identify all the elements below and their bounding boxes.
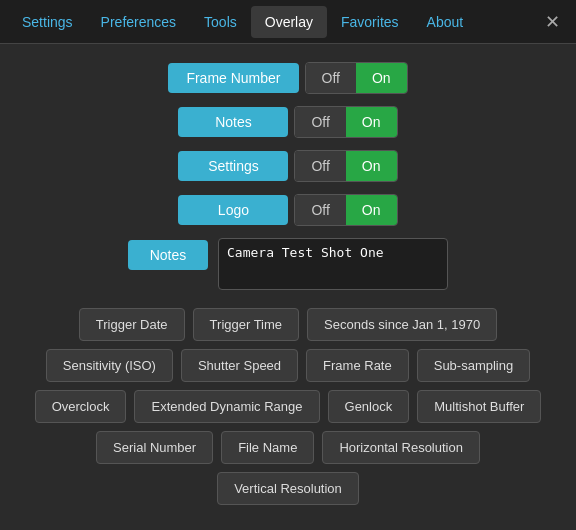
settings-toggle-row: Settings Off On: [20, 150, 556, 182]
nav-item-tools[interactable]: Tools: [190, 6, 251, 38]
notes-off-btn[interactable]: Off: [295, 107, 345, 137]
settings-toggle-label[interactable]: Settings: [178, 151, 288, 181]
notes-toggle-label[interactable]: Notes: [178, 107, 288, 137]
chip-seconds-since[interactable]: Seconds since Jan 1, 1970: [307, 308, 497, 341]
logo-toggle-label[interactable]: Logo: [178, 195, 288, 225]
logo-toggle-row: Logo Off On: [20, 194, 556, 226]
frame-number-label[interactable]: Frame Number: [168, 63, 298, 93]
notes-button[interactable]: Notes: [128, 240, 208, 270]
chip-sub-sampling[interactable]: Sub-sampling: [417, 349, 531, 382]
chip-sensitivity-iso[interactable]: Sensitivity (ISO): [46, 349, 173, 382]
notes-on-btn[interactable]: On: [346, 107, 397, 137]
chips-section: Trigger Date Trigger Time Seconds since …: [20, 308, 556, 505]
chip-trigger-date[interactable]: Trigger Date: [79, 308, 185, 341]
logo-on-btn[interactable]: On: [346, 195, 397, 225]
close-icon[interactable]: ✕: [537, 7, 568, 37]
chip-overclock[interactable]: Overclock: [35, 390, 127, 423]
chip-vertical-resolution[interactable]: Vertical Resolution: [217, 472, 359, 505]
nav-item-overlay[interactable]: Overlay: [251, 6, 327, 38]
nav-item-settings[interactable]: Settings: [8, 6, 87, 38]
nav-item-favorites[interactable]: Favorites: [327, 6, 413, 38]
settings-toggle-group: Off On: [294, 150, 397, 182]
settings-on-btn[interactable]: On: [346, 151, 397, 181]
chip-frame-rate[interactable]: Frame Rate: [306, 349, 409, 382]
chip-shutter-speed[interactable]: Shutter Speed: [181, 349, 298, 382]
chip-multishot-buffer[interactable]: Multishot Buffer: [417, 390, 541, 423]
chip-horizontal-resolution[interactable]: Horizontal Resolution: [322, 431, 480, 464]
nav-item-about[interactable]: About: [413, 6, 478, 38]
main-content: Frame Number Off On Notes Off On Setting…: [0, 44, 576, 515]
logo-off-btn[interactable]: Off: [295, 195, 345, 225]
notes-textarea[interactable]: [218, 238, 448, 290]
top-nav: Settings Preferences Tools Overlay Favor…: [0, 0, 576, 44]
chip-file-name[interactable]: File Name: [221, 431, 314, 464]
notes-toggle-row: Notes Off On: [20, 106, 556, 138]
notes-area-row: Notes: [20, 238, 556, 290]
chip-extended-dynamic-range[interactable]: Extended Dynamic Range: [134, 390, 319, 423]
chip-genlock[interactable]: Genlock: [328, 390, 410, 423]
frame-number-toggle-group: Off On: [305, 62, 408, 94]
frame-number-on-btn[interactable]: On: [356, 63, 407, 93]
chip-serial-number[interactable]: Serial Number: [96, 431, 213, 464]
notes-toggle-group: Off On: [294, 106, 397, 138]
settings-off-btn[interactable]: Off: [295, 151, 345, 181]
logo-toggle-group: Off On: [294, 194, 397, 226]
frame-number-off-btn[interactable]: Off: [306, 63, 356, 93]
chip-trigger-time[interactable]: Trigger Time: [193, 308, 299, 341]
frame-number-row: Frame Number Off On: [20, 62, 556, 94]
nav-item-preferences[interactable]: Preferences: [87, 6, 190, 38]
